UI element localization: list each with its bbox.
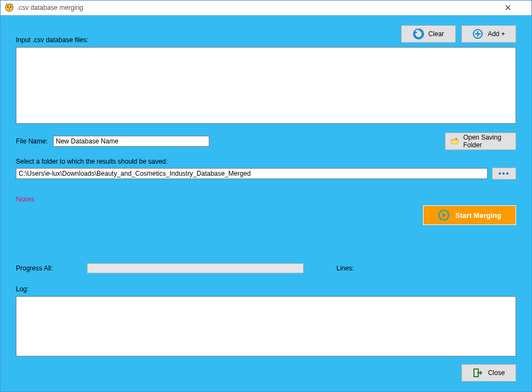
- ellipsis-icon: •••: [499, 169, 510, 178]
- clear-button[interactable]: Clear: [401, 25, 456, 43]
- browse-folder-button[interactable]: •••: [492, 168, 516, 180]
- svg-point-2: [10, 7, 12, 8]
- svg-point-5: [10, 4, 13, 6]
- add-button[interactable]: Add +: [461, 25, 516, 43]
- start-merging-button[interactable]: Start Merging: [423, 205, 516, 225]
- close-button-label: Close: [488, 369, 505, 377]
- svg-point-4: [6, 4, 8, 6]
- close-icon: [505, 5, 511, 10]
- folder-path-input[interactable]: [16, 168, 488, 179]
- window: .csv database merging Input .csv databas…: [0, 0, 532, 392]
- add-button-label: Add +: [488, 30, 505, 38]
- clear-button-label: Clear: [428, 30, 444, 38]
- file-name-label: File Name:: [16, 137, 48, 145]
- folder-select-label: Select a folder to which the results sho…: [16, 158, 516, 165]
- lines-label: Lines:: [336, 264, 354, 272]
- file-name-input[interactable]: [53, 136, 209, 147]
- open-saving-folder-button[interactable]: Open Saving Folder: [445, 132, 516, 150]
- window-title: .csv database merging: [17, 4, 505, 11]
- notes-label: Notes: [16, 195, 516, 203]
- dialog-body: Input .csv database files: Clear Add: [1, 15, 531, 391]
- input-files-list[interactable]: [16, 47, 516, 124]
- titlebar: .csv database merging: [1, 1, 531, 15]
- folder-open-icon: [451, 137, 459, 146]
- log-output[interactable]: [16, 296, 516, 356]
- input-files-label: Input .csv database files:: [16, 36, 88, 44]
- plus-circle-icon: [472, 28, 483, 39]
- app-icon: [5, 3, 14, 12]
- play-circle-icon: [438, 209, 450, 221]
- exit-icon: [473, 368, 483, 378]
- close-button[interactable]: Close: [461, 364, 516, 382]
- progress-all-label: Progress All:: [16, 264, 65, 272]
- undo-icon: [413, 28, 424, 39]
- svg-point-3: [9, 9, 10, 10]
- progress-bar: [87, 263, 304, 273]
- window-close-button[interactable]: [505, 5, 527, 10]
- start-merging-label: Start Merging: [455, 211, 501, 220]
- svg-point-1: [8, 7, 9, 8]
- open-saving-folder-label: Open Saving Folder: [463, 134, 510, 149]
- log-label: Log:: [16, 285, 516, 293]
